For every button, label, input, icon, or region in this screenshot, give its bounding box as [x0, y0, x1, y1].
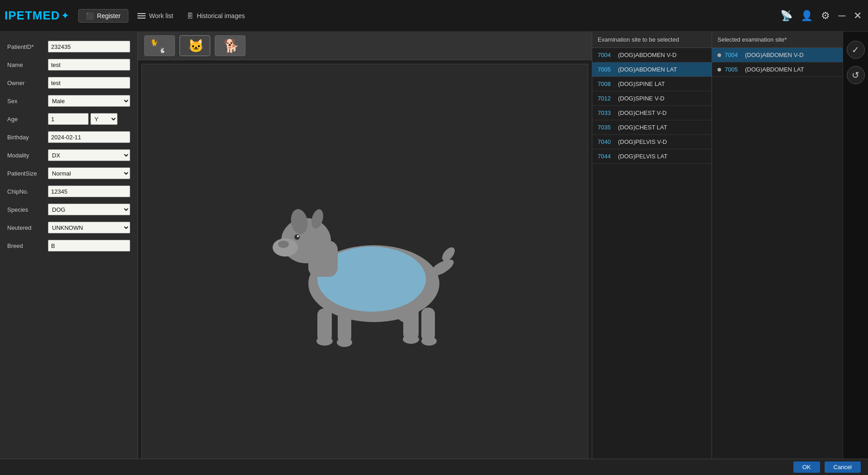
minimize-btn[interactable]: ─ — [836, 8, 847, 24]
patient-id-label: PatientID* — [7, 43, 48, 50]
sel-id-7005: 7005 — [725, 66, 745, 73]
historical-images-nav[interactable]: 🗄 Historical images — [187, 12, 245, 19]
neutered-row: Neutered UNKNOWN Yes No — [7, 222, 130, 233]
center-panel: 🐈 🐇 🐱 🐕 — [138, 32, 592, 475]
refresh-btn[interactable]: ↺ — [847, 66, 865, 84]
exam-name-7044: (DOG)PELVIS LAT — [618, 153, 667, 160]
logo: IPETMED ✦ — [5, 9, 69, 23]
close-btn[interactable]: ✕ — [852, 8, 863, 24]
age-unit-select[interactable]: Y M — [90, 113, 118, 125]
broadcast-icon-btn[interactable]: 📡 — [778, 8, 794, 24]
name-row: Name — [7, 59, 130, 71]
svg-point-18 — [316, 337, 333, 346]
exam-name-7040: (DOG)PELVIS V-D — [618, 138, 667, 145]
svg-point-15 — [297, 235, 299, 237]
register-icon: ⬛ — [86, 12, 94, 19]
exam-list: 7004 (DOG)ABDOMEN V-D 7005 (DOG)ABDOMEN … — [592, 48, 712, 475]
name-input[interactable] — [48, 59, 130, 71]
worklist-nav[interactable]: Work list — [137, 12, 173, 19]
ok-button[interactable]: OK — [793, 461, 820, 473]
birthday-input[interactable] — [48, 131, 130, 143]
modality-label: Modality — [7, 152, 48, 159]
exam-id-7044: 7044 — [598, 153, 618, 160]
header: IPETMED ✦ ⬛ Register Work list 🗄 Histori… — [0, 0, 868, 32]
header-nav: Work list 🗄 Historical images — [137, 12, 245, 19]
selected-exam-panel: Selected examination site* 7004 (DOG)ABD… — [712, 32, 843, 475]
cat-btn[interactable]: 🐱 — [179, 35, 210, 56]
bottom-bar: OK Cancel — [0, 459, 868, 475]
sel-id-7004: 7004 — [725, 52, 745, 58]
exam-item-7004[interactable]: 7004 (DOG)ABDOMEN V-D — [592, 48, 712, 62]
svg-rect-21 — [421, 308, 435, 342]
age-label: Age — [7, 116, 48, 123]
logo-icon: ✦ — [61, 10, 69, 22]
owner-row: Owner — [7, 77, 130, 89]
exam-item-7035[interactable]: 7035 (DOG)CHEST LAT — [592, 120, 712, 135]
exam-name-7035: (DOG)CHEST LAT — [618, 124, 667, 131]
age-row: Age Y M — [7, 113, 130, 125]
exam-name-7005: (DOG)ABDOMEN LAT — [618, 66, 677, 73]
exam-panel: Examination site to be selected 7004 (DO… — [592, 32, 712, 475]
settings-icon-btn[interactable]: ⚙ — [819, 8, 832, 24]
species-label: Species — [7, 206, 48, 213]
animal-toolbar: 🐈 🐇 🐱 🐕 — [138, 32, 592, 60]
exam-id-7035: 7035 — [598, 124, 618, 131]
exam-name-7033: (DOG)CHEST V-D — [618, 109, 666, 116]
confirm-icon: ✓ — [852, 44, 859, 55]
age-input[interactable] — [48, 113, 89, 125]
patient-size-label: PatientSize — [7, 170, 48, 177]
chip-no-input[interactable] — [48, 185, 130, 197]
exam-id-7008: 7008 — [598, 81, 618, 87]
hamburger-icon — [137, 13, 146, 19]
left-panel: PatientID* Name Owner Sex Male Female Ag… — [0, 32, 138, 475]
exam-id-7033: 7033 — [598, 109, 618, 116]
exam-item-7005[interactable]: 7005 (DOG)ABDOMEN LAT — [592, 62, 712, 77]
name-label: Name — [7, 62, 48, 68]
exam-item-7012[interactable]: 7012 (DOG)SPINE V-D — [592, 91, 712, 106]
historical-icon: 🗄 — [187, 12, 193, 19]
svg-point-13 — [278, 241, 289, 248]
breed-input[interactable] — [48, 240, 130, 252]
modality-select[interactable]: DX CR MR CT — [48, 149, 130, 161]
exam-item-7033[interactable]: 7033 (DOG)CHEST V-D — [592, 106, 712, 120]
exam-id-7005: 7005 — [598, 66, 618, 73]
small-animals-btn[interactable]: 🐈 🐇 — [144, 35, 175, 56]
sex-label: Sex — [7, 98, 48, 104]
worklist-label: Work list — [149, 12, 173, 19]
patient-id-row: PatientID* — [7, 41, 130, 52]
selected-exam-item-7005[interactable]: 7005 (DOG)ABDOMEN LAT — [712, 62, 843, 77]
svg-text:🐈: 🐈 — [150, 39, 158, 47]
patient-id-input[interactable] — [48, 41, 130, 52]
svg-point-19 — [337, 338, 352, 347]
owner-input[interactable] — [48, 77, 130, 89]
chip-no-row: ChipNo. — [7, 185, 130, 197]
main-layout: PatientID* Name Owner Sex Male Female Ag… — [0, 32, 868, 475]
age-inputs: Y M — [48, 113, 130, 125]
exam-item-7040[interactable]: 7040 (DOG)PELVIS V-D — [592, 135, 712, 149]
birthday-row: Birthday — [7, 131, 130, 143]
patient-size-select[interactable]: Normal Small Large — [48, 167, 130, 179]
exam-item-7008[interactable]: 7008 (DOG)SPINE LAT — [592, 77, 712, 91]
neutered-select[interactable]: UNKNOWN Yes No — [48, 222, 130, 233]
svg-text:🐱: 🐱 — [188, 38, 204, 53]
animal-canvas[interactable] — [142, 64, 588, 471]
register-button[interactable]: ⬛ Register — [78, 9, 128, 23]
sel-name-7004: (DOG)ABDOMEN V-D — [745, 52, 803, 58]
user-icon-btn[interactable]: 👤 — [799, 8, 815, 24]
cancel-button[interactable]: Cancel — [825, 461, 861, 473]
logo-text: IPETMED — [5, 9, 60, 23]
historical-label: Historical images — [197, 12, 245, 19]
exam-id-7012: 7012 — [598, 95, 618, 102]
svg-point-24 — [397, 308, 415, 323]
confirm-btn[interactable]: ✓ — [847, 41, 865, 59]
sex-select[interactable]: Male Female — [48, 95, 130, 107]
svg-point-22 — [403, 335, 419, 344]
register-label: Register — [97, 12, 121, 19]
species-select[interactable]: DOG CAT — [48, 204, 130, 215]
svg-text:🐕: 🐕 — [223, 38, 239, 53]
dog-btn[interactable]: 🐕 — [215, 35, 245, 56]
selected-exam-item-7004[interactable]: 7004 (DOG)ABDOMEN V-D — [712, 48, 843, 62]
selected-exam-list: 7004 (DOG)ABDOMEN V-D 7005 (DOG)ABDOMEN … — [712, 48, 843, 475]
modality-row: Modality DX CR MR CT — [7, 149, 130, 161]
exam-item-7044[interactable]: 7044 (DOG)PELVIS LAT — [592, 149, 712, 164]
